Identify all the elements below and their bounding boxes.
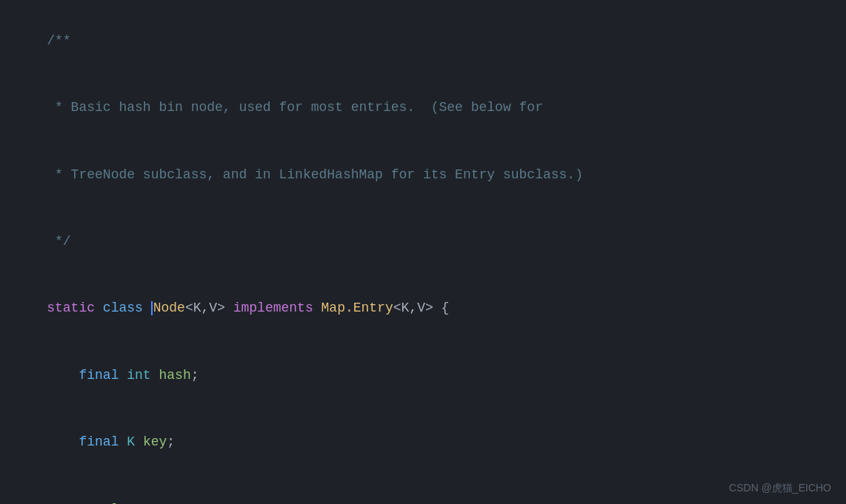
code-line-7: final K key; (0, 409, 846, 475)
interface-name: Map.Entry (322, 300, 393, 315)
field-hash: hash (159, 368, 190, 383)
comment-text: * Basic hash bin node, used for most ent… (47, 100, 543, 115)
comment-text: /** (47, 33, 70, 48)
code-line-2: * Basic hash bin node, used for most ent… (0, 74, 846, 141)
keyword-final: final (79, 368, 119, 383)
comment-text: * TreeNode subclass, and in LinkedHashMa… (47, 167, 583, 182)
code-line-1: /** (0, 7, 846, 74)
keyword-final2: final (79, 434, 119, 449)
type-int: int (127, 368, 150, 383)
code-editor: /** * Basic hash bin node, used for most… (0, 0, 846, 504)
keyword-class: class (103, 300, 143, 315)
code-line-5: static class Node<K,V> implements Map.En… (0, 275, 846, 342)
comment-text: */ (47, 234, 70, 249)
watermark: CSDN @虎猫_EICHO (729, 482, 831, 495)
class-name: Node (153, 300, 185, 315)
code-line-6: final int hash; (0, 342, 846, 409)
type-v: V (79, 502, 87, 504)
keyword-static: static (47, 300, 95, 315)
keyword-implements: implements (233, 300, 313, 315)
field-key: key (143, 434, 167, 449)
field-value: value (95, 502, 135, 504)
code-line-3: * TreeNode subclass, and in LinkedHashMa… (0, 141, 846, 208)
code-line-8: V value; (0, 476, 846, 504)
code-line-4: */ (0, 208, 846, 275)
type-k: K (127, 434, 135, 449)
